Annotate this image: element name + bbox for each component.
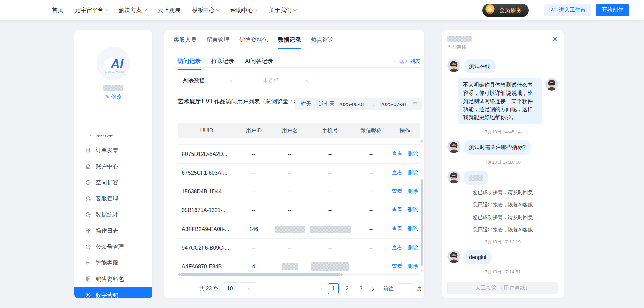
member-service-button[interactable]: 会员服务: [482, 4, 529, 17]
sidebar-item[interactable]: 销售资料包: [74, 271, 152, 287]
account-icon: [85, 163, 91, 170]
range-arrow-icon: →: [370, 102, 375, 107]
sidebar-item-label: 操作日志: [96, 227, 118, 235]
chevron-down-icon: [293, 8, 297, 11]
list-data-select-value: 列表数据: [183, 77, 205, 84]
tab[interactable]: 留言管理: [207, 36, 229, 49]
masked-value: [282, 263, 298, 270]
svg-text:AI Cloud Exhibit: AI Cloud Exhibit: [105, 71, 124, 74]
tab[interactable]: 热点评论: [311, 36, 334, 49]
nav-item[interactable]: 关于我们: [269, 6, 296, 14]
list-data-select[interactable]: 列表数据: [179, 74, 237, 87]
view-link[interactable]: 查看: [392, 263, 402, 270]
sidebar-item[interactable]: 智能客服: [74, 255, 152, 271]
nav-item[interactable]: 元宇宙平台: [75, 6, 108, 14]
delete-link[interactable]: 删除: [407, 188, 418, 195]
horizontal-scroll-thumb[interactable]: [180, 273, 341, 276]
username-cell: [272, 226, 308, 233]
main-nav: 首页元宇宙平台解决方案云上观展模板中心帮助中心关于我们: [52, 0, 296, 20]
calendar-icon: [412, 101, 418, 107]
masked-value: [310, 226, 351, 233]
user-avatar[interactable]: AI AI Cloud Exhibit: [97, 47, 130, 80]
yesterday-button[interactable]: 昨天: [301, 101, 311, 108]
manual-takeover-button[interactable]: 人工接管 （用户离线）: [447, 282, 558, 294]
tab[interactable]: 销售资料包: [239, 36, 268, 49]
date-range-picker[interactable]: 2025-06-01 → 2025-07-31: [334, 98, 422, 110]
view-link[interactable]: 查看: [392, 226, 402, 233]
sub-tab[interactable]: 访问记录: [178, 57, 201, 70]
workspace-logo-icon: AI: [549, 6, 556, 14]
goto-page-input[interactable]: [397, 283, 413, 294]
edit-profile-link[interactable]: ✎ 修改: [74, 94, 152, 101]
nav-item[interactable]: 云上观展: [158, 6, 180, 14]
sidebar-item[interactable]: 账户中心: [74, 158, 152, 174]
vertical-scroll-thumb[interactable]: [421, 179, 423, 266]
nav-item[interactable]: 首页: [52, 6, 63, 14]
enter-workspace-button[interactable]: AI 进入工作台: [544, 4, 591, 16]
page-button[interactable]: 2: [342, 283, 353, 294]
system-message: 您已退出接管，恢复AI客服: [447, 202, 558, 208]
nav-item[interactable]: 帮助中心: [230, 6, 258, 14]
secondary-select[interactable]: 未选择: [259, 74, 313, 87]
view-link[interactable]: 查看: [392, 188, 402, 195]
delete-link[interactable]: 删除: [407, 207, 418, 214]
nav-item[interactable]: 解决方案: [119, 6, 146, 14]
delete-link[interactable]: 删除: [407, 244, 418, 251]
view-link[interactable]: 查看: [392, 244, 402, 251]
list-title-part: 作品访问用户列表（总浏览量：: [214, 98, 294, 105]
back-to-list-link[interactable]: 返回列表: [394, 58, 420, 65]
user-id-cell: --: [235, 151, 272, 157]
sidebar-item-label: 素材库: [96, 135, 113, 138]
sidebar-item[interactable]: 公众号管理: [74, 239, 152, 255]
chat-status-label: 当前离线: [447, 44, 466, 50]
sidebar-item[interactable]: 空间扩容: [74, 174, 152, 190]
scroll-right-arrow[interactable]: [341, 273, 343, 276]
chevron-down-icon: [105, 8, 108, 11]
phone-cell: [308, 226, 352, 233]
chevron-down-icon: [306, 79, 310, 82]
delete-link[interactable]: 删除: [407, 150, 418, 158]
nav-item[interactable]: 模板中心: [192, 6, 219, 14]
page-button[interactable]: 3: [356, 283, 366, 294]
chat-message: 测试时需关注哪些指标?: [447, 140, 558, 155]
view-link[interactable]: 查看: [392, 169, 402, 176]
next-page-button[interactable]: [368, 286, 377, 292]
view-link[interactable]: 查看: [392, 207, 402, 214]
sidebar-item[interactable]: 客服管理: [74, 190, 152, 206]
scroll-up-arrow[interactable]: [420, 140, 423, 142]
start-create-button[interactable]: 开始创作: [596, 4, 629, 16]
column-header: 用户名: [272, 127, 308, 134]
start-date-value: 2025-06-01: [338, 101, 365, 107]
sidebar-item[interactable]: 素材库: [74, 135, 152, 142]
delete-link[interactable]: 删除: [407, 169, 418, 176]
delete-link[interactable]: 删除: [407, 226, 418, 233]
username-cell: --: [272, 151, 308, 157]
start-create-label: 开始创作: [602, 7, 623, 13]
tab[interactable]: 客服人员: [174, 36, 197, 49]
page-button[interactable]: 1: [328, 283, 339, 294]
prev-page-button[interactable]: [317, 286, 327, 292]
message-timestamp: 7月10日 14:45:14: [447, 129, 558, 135]
person-avatar-icon: [447, 171, 460, 183]
page-size-select[interactable]: 10: [223, 282, 255, 295]
sidebar-item[interactable]: 数据统计: [74, 206, 152, 223]
last-seven-days-button[interactable]: 近七天: [319, 101, 335, 108]
sub-tab[interactable]: 推送记录: [211, 57, 234, 70]
table-row: 05B1675A-1321-...--------查看删除: [178, 201, 420, 220]
tab[interactable]: 数据记录: [278, 36, 301, 49]
chat-avatar: [447, 250, 460, 263]
sidebar-item-label: 数据统计: [96, 211, 118, 219]
table-body: F075D12D-5A2D...--------查看删除67525CF1-603…: [178, 138, 420, 273]
chat-message: 测试在线: [447, 59, 558, 73]
delete-link[interactable]: 删除: [407, 263, 418, 270]
sidebar-item[interactable]: 订单发票: [74, 142, 152, 158]
scroll-left-arrow[interactable]: [178, 273, 180, 276]
close-icon[interactable]: ×: [552, 35, 557, 43]
scroll-down-arrow[interactable]: [420, 270, 423, 272]
sub-tab[interactable]: AI问答记录: [245, 57, 273, 70]
vertical-scrollbar[interactable]: [420, 138, 423, 273]
horizontal-scrollbar[interactable]: [178, 273, 420, 276]
sidebar-item[interactable]: 操作日志: [74, 223, 152, 239]
sidebar-item[interactable]: 数字营销: [74, 287, 152, 298]
view-link[interactable]: 查看: [392, 150, 402, 158]
